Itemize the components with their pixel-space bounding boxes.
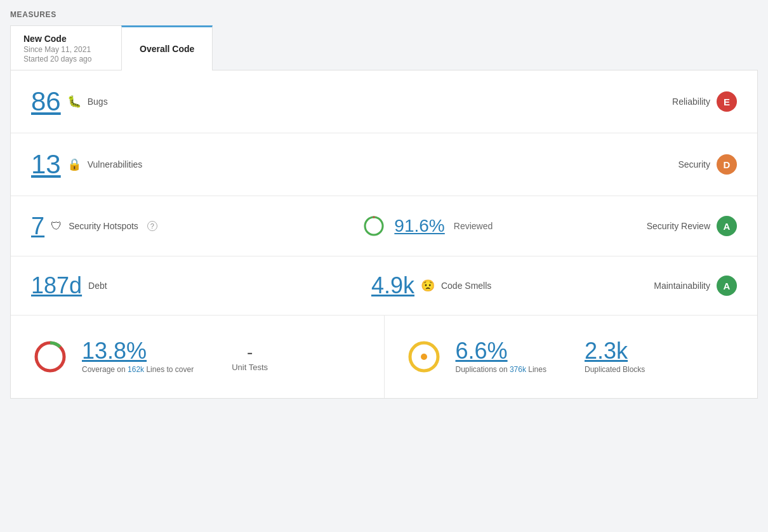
vuln-main: 13 🔒 Vulnerabilities [31,151,678,178]
maintainability-right: Maintainability A [654,276,737,296]
security-review-grade: A [717,216,737,236]
hotspots-center: 91.6% Reviewed [209,215,647,237]
coverage-duplication-row: 13.8% Coverage on 162k Lines to cover - … [11,316,757,398]
bugs-main: 86 🐛 Bugs [31,88,672,115]
smells-value[interactable]: 4.9k [371,274,414,297]
svg-point-6 [421,354,427,360]
bugs-value[interactable]: 86 [31,88,61,115]
coverage-info: 13.8% Coverage on 162k Lines to cover [82,340,194,374]
dup-percent[interactable]: 6.6% [456,340,546,362]
dup-info: 6.6% Duplications on 376k Lines [456,340,546,374]
dup-lines-link[interactable]: 376k [510,365,526,374]
hotspots-right: Security Review A [647,216,737,236]
vuln-right: Security D [678,154,737,175]
tabs-container: New Code Since May 11, 2021 Started 20 d… [10,25,758,70]
dup-on-label: Duplications on [456,365,508,374]
smells-icon: 😟 [421,279,435,293]
dup-blocks-value[interactable]: 2.3k [585,340,645,362]
bugs-row: 86 🐛 Bugs Reliability E [11,70,757,133]
security-grade: D [717,154,737,175]
coverage-section: 13.8% Coverage on 162k Lines to cover - … [11,316,385,398]
vuln-value[interactable]: 13 [31,151,61,178]
measures-heading: MEASURES [10,10,758,19]
unit-tests-section: - Unit Tests [232,342,268,372]
duplication-section: 6.6% Duplications on 376k Lines 2.3k Dup… [385,316,758,398]
dup-sub: Duplications on 376k Lines [456,365,546,374]
maintainability-label: Maintainability [654,281,710,291]
debt-label: Debt [88,281,107,291]
coverage-on-label: Coverage on [82,365,126,374]
debt-section: 187d Debt [31,274,209,297]
dup-blocks-section: 2.3k Duplicated Blocks [585,340,645,374]
hotspots-label: Security Hotspots [69,221,138,231]
vuln-label: Vulnerabilities [88,159,143,170]
hotspots-percent[interactable]: 91.6% [394,216,444,236]
new-code-tab-title: New Code [23,34,109,44]
bugs-right: Reliability E [672,91,737,112]
vulnerabilities-row: 13 🔒 Vulnerabilities Security D [11,133,757,196]
bug-icon: 🐛 [67,95,81,109]
reliability-label: Reliability [672,96,710,107]
svg-point-1 [365,217,383,235]
security-hotspots-row: 7 🛡 Security Hotspots ? 91.6% Reviewed [11,196,757,256]
bugs-label: Bugs [88,96,108,107]
hotspots-left: 7 🛡 Security Hotspots ? [31,214,209,238]
unit-tests-dash: - [247,342,253,362]
smells-label: Code Smells [441,281,491,291]
coverage-donut [31,338,69,376]
tab-new-code[interactable]: New Code Since May 11, 2021 Started 20 d… [10,25,121,70]
smells-section: 4.9k 😟 Code Smells [209,274,654,297]
debt-value[interactable]: 187d [31,274,82,297]
coverage-lines-suffix: Lines to cover [146,365,194,374]
reviewed-label: Reviewed [454,221,493,231]
new-code-tab-subtitle1: Since May 11, 2021 [23,45,109,54]
maintainability-row: 187d Debt 4.9k 😟 Code Smells Maintainabi… [11,256,757,316]
unit-tests-label: Unit Tests [232,362,268,372]
lock-icon: 🔒 [67,157,81,171]
reliability-grade: E [717,91,737,112]
maintainability-grade: A [717,276,737,296]
security-label: Security [678,159,710,170]
coverage-sub: Coverage on 162k Lines to cover [82,365,194,374]
security-review-label: Security Review [647,221,710,231]
coverage-lines-link[interactable]: 162k [128,365,144,374]
shield-icon: 🛡 [51,220,62,233]
new-code-tab-subtitle2: Started 20 days ago [23,55,109,63]
tab-overall-code[interactable]: Overall Code [121,25,213,70]
tab-spacer [213,25,758,70]
coverage-percent[interactable]: 13.8% [82,340,194,362]
duplication-donut [405,338,443,376]
main-content: 86 🐛 Bugs Reliability E 13 🔒 Vulnerabili… [10,70,758,399]
hotspots-circle [362,215,385,237]
dup-lines-suffix: Lines [528,365,546,374]
hotspots-value[interactable]: 7 [31,214,44,238]
overall-code-tab-label: Overall Code [140,44,194,54]
help-icon[interactable]: ? [147,221,157,231]
dup-blocks-label: Duplicated Blocks [585,365,645,374]
